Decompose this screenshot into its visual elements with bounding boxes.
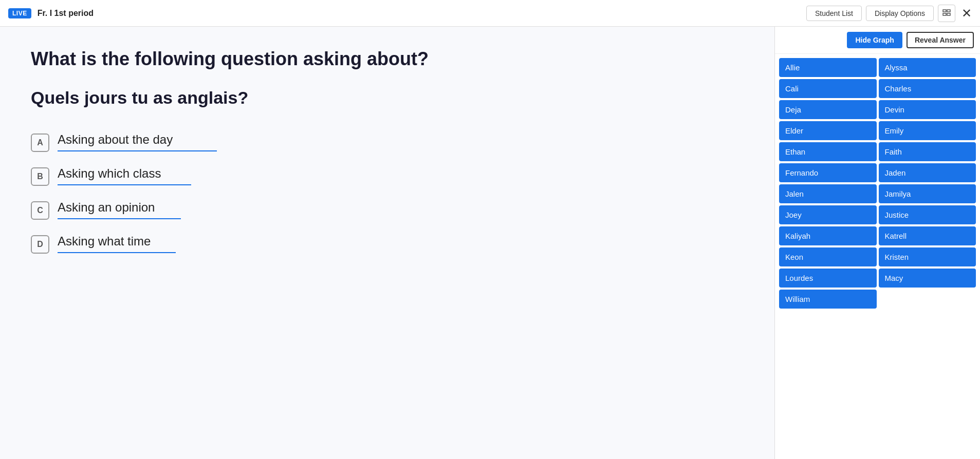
student-tile[interactable]: Allie	[779, 58, 877, 77]
student-tile[interactable]: Jaden	[879, 163, 976, 182]
answer-letter: D	[31, 235, 49, 254]
student-tile[interactable]: Devin	[879, 100, 976, 119]
main-layout: What is the following question asking ab…	[0, 27, 980, 459]
answer-content: Asking what time	[58, 234, 176, 253]
student-tile[interactable]: Charles	[879, 79, 976, 98]
student-tile[interactable]: Faith	[879, 142, 976, 161]
answer-underline	[58, 150, 217, 151]
answer-text: Asking an opinion	[58, 200, 181, 217]
right-panel: Hide Graph Reveal Answer AllieAlyssaCali…	[774, 27, 980, 459]
answers-list: AAsking about the dayBAsking which class…	[31, 132, 744, 254]
student-tile[interactable]: Katrell	[879, 226, 976, 245]
top-bar: LIVE Fr. I 1st period Student List Displ…	[0, 0, 980, 27]
answer-text: Asking what time	[58, 234, 176, 251]
student-tile[interactable]: Justice	[879, 205, 976, 224]
answer-item: CAsking an opinion	[31, 200, 744, 220]
answer-content: Asking which class	[58, 166, 191, 185]
student-tile[interactable]: Keon	[779, 247, 877, 266]
student-tile[interactable]: Joey	[779, 205, 877, 224]
hide-graph-button[interactable]: Hide Graph	[847, 32, 902, 48]
answer-item: DAsking what time	[31, 234, 744, 254]
student-tile[interactable]: Kristen	[879, 247, 976, 266]
answer-item: BAsking which class	[31, 166, 744, 186]
fullscreen-icon[interactable]	[938, 5, 955, 22]
answer-content: Asking an opinion	[58, 200, 181, 219]
student-tile[interactable]: Alyssa	[879, 58, 976, 77]
student-tile[interactable]: Elder	[779, 121, 877, 140]
student-tile[interactable]: Kaliyah	[779, 226, 877, 245]
class-title: Fr. I 1st period	[38, 9, 806, 18]
top-bar-actions: Student List Display Options ✕	[806, 5, 972, 22]
student-tile[interactable]: Jamilya	[879, 184, 976, 203]
answer-letter: A	[31, 133, 49, 152]
svg-rect-1	[947, 10, 950, 12]
right-panel-toolbar: Hide Graph Reveal Answer	[775, 27, 980, 54]
answer-content: Asking about the day	[58, 132, 217, 151]
answer-underline	[58, 184, 191, 185]
student-tile[interactable]: William	[779, 290, 877, 309]
student-tile[interactable]: Macy	[879, 269, 976, 288]
answer-letter: B	[31, 167, 49, 186]
answer-underline	[58, 252, 176, 253]
student-tile[interactable]: Deja	[779, 100, 877, 119]
question-main-text: What is the following question asking ab…	[31, 47, 744, 71]
student-list-button[interactable]: Student List	[806, 6, 862, 21]
student-tile[interactable]: Lourdes	[779, 269, 877, 288]
answer-item: AAsking about the day	[31, 132, 744, 152]
svg-rect-3	[947, 13, 950, 15]
student-grid: AllieAlyssaCaliCharlesDejaDevinElderEmil…	[775, 54, 980, 313]
close-button[interactable]: ✕	[961, 6, 972, 21]
svg-rect-0	[943, 10, 946, 12]
student-tile[interactable]: Ethan	[779, 142, 877, 161]
svg-rect-2	[943, 13, 946, 15]
reveal-answer-button[interactable]: Reveal Answer	[907, 32, 974, 48]
answer-text: Asking about the day	[58, 132, 217, 149]
question-french-text: Quels jours tu as anglais?	[31, 88, 744, 108]
question-panel: What is the following question asking ab…	[0, 27, 774, 459]
live-badge: LIVE	[8, 8, 31, 18]
answer-letter: C	[31, 201, 49, 220]
student-tile[interactable]: Emily	[879, 121, 976, 140]
answer-underline	[58, 218, 181, 219]
student-tile[interactable]: Cali	[779, 79, 877, 98]
student-tile[interactable]: Fernando	[779, 163, 877, 182]
display-options-button[interactable]: Display Options	[866, 6, 934, 21]
answer-text: Asking which class	[58, 166, 191, 183]
student-tile[interactable]: Jalen	[779, 184, 877, 203]
